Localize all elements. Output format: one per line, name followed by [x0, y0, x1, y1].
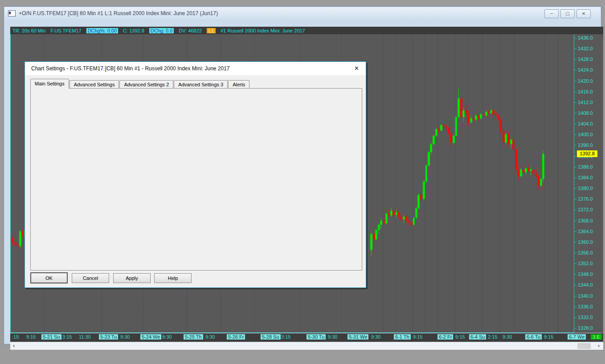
last-price-tag: 1392.8 — [577, 150, 597, 157]
dialog-close-icon[interactable]: ✕ — [353, 65, 360, 72]
info-bar-item: DChg%: 0.00 — [86, 28, 118, 33]
session-gridline — [558, 34, 558, 332]
price-tick-label: 1376.0 — [578, 196, 593, 202]
time-axis-date-label: 6-2 Fr — [437, 334, 453, 340]
session-gridline — [544, 34, 545, 332]
time-axis-time-label: 9:30 — [120, 334, 130, 340]
time-axis-time-label: 9:15 — [544, 334, 553, 340]
price-tick-label: 1336.0 — [578, 304, 593, 309]
session-gridline — [514, 34, 515, 332]
price-tick-label: 1400.0 — [578, 132, 593, 137]
price-tick-label: 1424.0 — [578, 67, 593, 73]
time-axis-date-label: 5-31 We — [347, 334, 368, 340]
price-tick-label: 1368.0 — [578, 218, 593, 223]
time-axis-date-label: 5-26 Fr — [227, 334, 245, 340]
session-gridline — [500, 34, 500, 332]
price-tick-label: 1404.0 — [578, 121, 593, 126]
time-axis-time-label: 9:30 — [162, 334, 172, 340]
price-axis[interactable]: 1436.01432.01428.01424.01420.01416.01412… — [574, 34, 603, 333]
price-tick-label: 1420.0 — [578, 78, 593, 84]
cancel-button[interactable]: Cancel — [72, 273, 109, 283]
price-tick-label: 1428.0 — [578, 57, 593, 62]
time-axis-date-label: 6-1 Th — [394, 334, 411, 340]
price-tick-label: 1332.0 — [578, 315, 593, 320]
screen: +O/N F.US.TFEM17 [CB] 60 Min #1 L:1 Russ… — [0, 0, 605, 364]
price-tick — [575, 274, 576, 275]
session-gridline — [383, 34, 383, 332]
price-tick-label: 1412.0 — [578, 100, 593, 105]
info-bar-item: TR: 20s 60 Min — [12, 28, 46, 33]
help-button[interactable]: Help — [154, 273, 192, 283]
price-tick — [575, 113, 576, 113]
price-tick — [575, 307, 576, 307]
horizontal-scrollbar[interactable]: ‹ › — [10, 342, 603, 350]
time-axis-time-label: 11:30 — [79, 334, 91, 340]
time-axis-time-label: 3:15 — [281, 334, 290, 340]
price-tick — [575, 178, 576, 178]
price-tick — [575, 328, 576, 328]
app-icon — [8, 10, 16, 16]
time-axis-time-label: 9:30 — [503, 334, 512, 340]
tab-main-settings[interactable]: Main Settings — [30, 79, 69, 89]
price-tick — [575, 199, 576, 199]
time-axis-date-label: 6-6 Tu — [525, 334, 542, 340]
session-gridline — [467, 34, 468, 332]
tab-advanced-settings[interactable]: Advanced Settings — [69, 80, 119, 89]
session-gridline — [455, 34, 455, 332]
price-tick-label: 1360.0 — [578, 239, 593, 245]
time-axis-date-label: 5-21 Su — [41, 334, 61, 340]
price-tick — [575, 134, 576, 135]
apply-button[interactable]: Apply — [113, 273, 151, 283]
chart-info-bar: TR: 20s 60 MinF.US.TFEM17DChg%: 0.00C: 1… — [10, 27, 603, 34]
session-gridline — [413, 34, 413, 332]
time-axis-date-label: 5-30 Tu — [307, 334, 326, 340]
dialog-titlebar[interactable]: Chart Settings - F.US.TFEM17 [CB] 60 Min… — [25, 62, 366, 75]
scrollbar-thumb[interactable] — [577, 343, 591, 349]
tab-advanced-settings-2[interactable]: Advanced Settings 2 — [119, 80, 173, 89]
scroll-left-icon[interactable]: ‹ — [13, 342, 15, 349]
price-tick — [575, 231, 576, 232]
tab-alerts[interactable]: Alerts — [228, 80, 249, 89]
price-tick-label: 1356.0 — [578, 250, 593, 255]
minimize-button[interactable]: ─ — [544, 9, 559, 18]
close-button[interactable]: ✕ — [576, 9, 591, 18]
time-axis-time-label: 9:30 — [205, 334, 215, 340]
time-axis-end-label: 3 E — [591, 334, 602, 340]
time-axis[interactable]: :159:155-21 Su3:1511:305-23 Tu9:305-24 W… — [10, 333, 603, 342]
window-titlebar[interactable]: +O/N F.US.TFEM17 [CB] 60 Min #1 L:1 Russ… — [4, 7, 601, 20]
info-bar-item: DV: 46822 — [179, 28, 202, 33]
price-tick-label: 1344.0 — [578, 282, 593, 287]
price-tick — [575, 317, 576, 318]
info-bar-item: L1 — [207, 28, 216, 33]
time-axis-date-label: 5-24 We — [140, 334, 161, 340]
price-tick — [575, 49, 576, 49]
ok-button[interactable]: OK — [30, 272, 68, 283]
price-tick-label: 1348.0 — [578, 271, 593, 277]
dialog-tabs: Main SettingsAdvanced SettingsAdvanced S… — [30, 79, 250, 89]
window-title: +O/N F.US.TFEM17 [CB] 60 Min #1 L:1 Russ… — [19, 10, 218, 16]
price-tick — [575, 285, 576, 285]
dialog-title: Chart Settings - F.US.TFEM17 [CB] 60 Min… — [31, 65, 230, 72]
price-tick-label: 1340.0 — [578, 293, 593, 299]
price-tick-label: 1372.0 — [578, 207, 593, 212]
price-tick — [575, 92, 576, 92]
price-tick-label: 1388.0 — [578, 164, 593, 170]
restore-button[interactable]: ▢ — [560, 9, 575, 18]
info-bar-item: C: 1392.8 — [123, 28, 144, 33]
price-tick-label: 1436.0 — [578, 35, 593, 40]
scroll-right-icon[interactable]: › — [598, 342, 600, 349]
price-tick — [575, 188, 576, 189]
session-gridline — [437, 34, 438, 332]
price-tick — [575, 38, 576, 38]
price-tick-label: 1364.0 — [578, 229, 593, 234]
tab-advanced-settings-3[interactable]: Advanced Settings 3 — [174, 80, 228, 89]
price-tick-label: 1328.0 — [578, 325, 593, 331]
price-tick-label: 1408.0 — [578, 110, 593, 116]
time-axis-time-label: 9:15 — [455, 334, 465, 340]
price-tick — [575, 156, 576, 157]
price-tick — [575, 242, 576, 243]
time-axis-time-label: :15 — [12, 334, 19, 340]
info-bar-item: #1 Russell 2000 Index Mini: June 2017 — [221, 28, 305, 33]
price-tick-label: 1396.0 — [578, 142, 593, 148]
time-axis-time-label: 3:15 — [62, 334, 72, 340]
